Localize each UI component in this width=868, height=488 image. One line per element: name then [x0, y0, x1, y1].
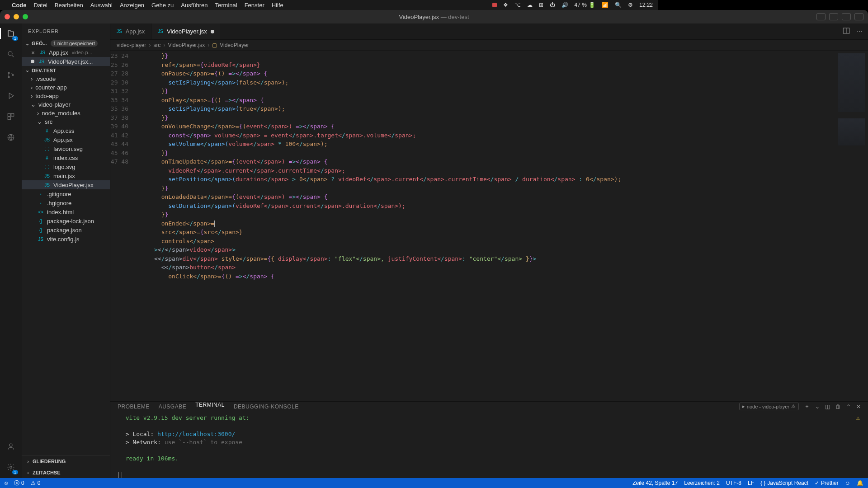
recording-indicator-icon[interactable]: [492, 3, 497, 7]
wifi-icon[interactable]: 📶: [602, 2, 609, 8]
svg-point-1: [8, 72, 9, 74]
tree-folder[interactable]: ⌄src: [22, 117, 110, 126]
project-section[interactable]: ⌄ DEV-TEST: [22, 66, 110, 75]
breadcrumb-item[interactable]: VideoPlayer: [220, 42, 249, 48]
tree-file[interactable]: #index.css: [22, 153, 110, 162]
tree-file[interactable]: {}package.json: [22, 225, 110, 235]
battery-percent: 47 %: [575, 2, 587, 8]
chevron-icon: ›: [31, 93, 33, 99]
breadcrumb-item[interactable]: VideoPlayer.jsx: [168, 42, 205, 48]
unsaved-badge: 1 nicht gespeichert: [51, 40, 98, 47]
open-editor-item[interactable]: ×JSApp.jsxvideo-p...: [22, 48, 110, 57]
activity-bar: 1 1: [0, 23, 22, 369]
menu-window[interactable]: Fenster: [245, 2, 264, 9]
titlebar: VideoPlayer.jsx — dev-test: [0, 10, 658, 23]
explorer-more-icon[interactable]: ⋯: [98, 28, 104, 34]
tree-file[interactable]: ⛶favicon.svg: [22, 144, 110, 153]
tree-item-label: src: [45, 118, 52, 125]
tree-item-label: package.json: [47, 227, 82, 234]
status-tray-icon[interactable]: ☁︎: [527, 2, 533, 8]
tree-item-label: logo.svg: [53, 164, 75, 170]
editor-tab[interactable]: JSApp.jsx: [110, 23, 151, 39]
chevron-icon: ⌄: [31, 101, 36, 108]
menu-go[interactable]: Gehe zu: [151, 2, 174, 9]
volume-icon[interactable]: 🔊: [561, 2, 568, 8]
tree-item-label: .gitignore: [47, 191, 71, 197]
breadcrumb-item[interactable]: video-player: [117, 42, 146, 48]
activity-debug-icon[interactable]: [5, 89, 17, 102]
status-tray-icon[interactable]: ⊞: [539, 2, 543, 8]
activity-remote-icon[interactable]: [5, 131, 17, 144]
open-editor-item[interactable]: JSVideoPlayer.jsx...: [22, 57, 110, 66]
file-type-icon: ⛶: [43, 163, 51, 170]
activity-extensions-icon[interactable]: [5, 110, 17, 123]
tree-folder[interactable]: ›todo-app: [22, 92, 110, 100]
window-close-button[interactable]: [5, 14, 10, 19]
dirty-indicator-icon: [211, 30, 214, 33]
tree-file[interactable]: ⛶logo.svg: [22, 162, 110, 171]
file-type-icon: #: [43, 154, 51, 161]
menubar-clock[interactable]: 12:22: [639, 2, 653, 8]
menu-file[interactable]: Datei: [34, 2, 47, 9]
open-editors-section[interactable]: ⌄ GEÖ... 1 nicht gespeichert: [22, 39, 110, 48]
tree-folder[interactable]: ›counter-app: [22, 83, 110, 92]
menu-terminal[interactable]: Terminal: [215, 2, 237, 9]
tree-file[interactable]: JSmain.jsx: [22, 171, 110, 180]
tree-file[interactable]: JSVideoPlayer.jsx: [22, 180, 110, 189]
menubar-app-name[interactable]: Code: [12, 2, 27, 9]
status-tray-icon[interactable]: ❖: [503, 2, 508, 8]
tree-folder[interactable]: ›.vscode: [22, 75, 110, 83]
file-name: App.jsx: [49, 49, 68, 56]
menu-selection[interactable]: Auswahl: [90, 2, 113, 9]
file-type-icon: ⛶: [43, 145, 51, 152]
chevron-icon: ›: [31, 84, 33, 91]
menu-run[interactable]: Ausführen: [181, 2, 208, 9]
tree-item-label: index.css: [53, 155, 78, 161]
menu-edit[interactable]: Bearbeiten: [55, 2, 83, 9]
tree-file[interactable]: JSApp.jsx: [22, 135, 110, 144]
close-editor-icon[interactable]: ×: [31, 49, 35, 56]
window-zoom-button[interactable]: [23, 14, 28, 19]
breadcrumb-item[interactable]: src: [153, 42, 160, 48]
code-editor[interactable]: 23 24 25 26 27 28 29 30 31 32 33 34 35 3…: [110, 51, 658, 369]
tree-item-label: vite.config.js: [47, 236, 80, 243]
search-icon[interactable]: 🔍: [615, 2, 622, 8]
tree-file[interactable]: ◦.hgignore: [22, 198, 110, 207]
line-gutter: 23 24 25 26 27 28 29 30 31 32 33 34 35 3…: [110, 51, 133, 369]
tree-item-label: VideoPlayer.jsx: [53, 182, 94, 188]
control-center-icon[interactable]: ⚙︎: [628, 2, 633, 8]
tree-file[interactable]: #App.css: [22, 126, 110, 135]
tree-item-label: todo-app: [35, 93, 58, 99]
battery-status[interactable]: 47 % 🔋: [575, 2, 595, 8]
window-minimize-button[interactable]: [14, 14, 19, 19]
status-tray-icon[interactable]: ⏻: [550, 2, 555, 8]
editor-area: JSApp.jsxJSVideoPlayer.jsx ⋯ video-playe…: [110, 23, 658, 369]
dirty-indicator-icon: [31, 60, 34, 63]
code-content[interactable]: }} ref</span>={videoRef</span>} onPause<…: [133, 51, 658, 369]
window-title: VideoPlayer.jsx — dev-test: [0, 14, 658, 20]
tree-file[interactable]: {}package-lock.json: [22, 216, 110, 225]
activity-explorer-icon[interactable]: 1: [5, 27, 17, 40]
tree-file[interactable]: JSvite.config.js: [22, 235, 110, 244]
editor-tab[interactable]: JSVideoPlayer.jsx: [151, 23, 221, 39]
tree-item-label: favicon.svg: [53, 145, 83, 152]
activity-search-icon[interactable]: [5, 48, 17, 61]
open-editors-label: GEÖ...: [32, 41, 47, 46]
tree-file[interactable]: ◦.gitignore: [22, 189, 110, 198]
tree-file[interactable]: <>index.html: [22, 207, 110, 216]
breadcrumbs[interactable]: video-player› src› VideoPlayer.jsx› ▢Vid…: [110, 40, 658, 51]
svg-point-2: [8, 76, 9, 78]
activity-scm-icon[interactable]: [5, 69, 17, 81]
menu-help[interactable]: Hilfe: [272, 2, 283, 9]
file-type-icon: #: [43, 127, 51, 134]
menu-view[interactable]: Anzeigen: [120, 2, 144, 9]
status-tray-icon[interactable]: ⌥: [514, 2, 521, 8]
tree-folder[interactable]: ›node_modules: [22, 109, 110, 117]
file-type-icon: ◦: [37, 199, 44, 206]
file-type-icon: JS: [37, 235, 44, 243]
tree-folder[interactable]: ⌄video-player: [22, 100, 110, 109]
tree-item-label: counter-app: [35, 84, 66, 91]
tree-item-label: video-player: [38, 101, 71, 108]
editor-tabs: JSApp.jsxJSVideoPlayer.jsx ⋯: [110, 23, 658, 40]
svg-point-0: [8, 52, 12, 56]
